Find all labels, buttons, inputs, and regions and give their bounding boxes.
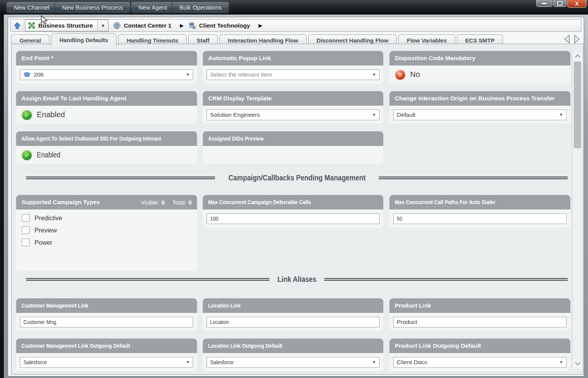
- business-structure-selector[interactable]: Business Structure ▼: [25, 20, 108, 31]
- campaign-type-option[interactable]: Preview: [22, 226, 62, 234]
- campaign-section-title: Campaign/Callbacks Pending Management: [228, 173, 366, 182]
- disposition-code-mandatory-label: Disposition Code Mandatory: [395, 55, 475, 62]
- chevron-down-icon: ▼: [372, 360, 376, 364]
- max-deferrable-calls-panel: Max Concurrent Campaign Deferrable Calls…: [203, 195, 383, 227]
- navigate-up-button[interactable]: [11, 20, 24, 31]
- product-outgoing-value: Client Docs: [397, 359, 427, 366]
- supported-campaign-types-label: Supported Campaign Types: [21, 199, 100, 206]
- crm-display-template-dropdown[interactable]: Solution Engineers ▼: [207, 110, 379, 120]
- chevron-up-icon: [575, 54, 580, 58]
- chevron-down-icon: ▼: [559, 113, 563, 117]
- product-outgoing-dropdown[interactable]: Client Docs ▼: [393, 357, 567, 368]
- new-agent-button[interactable]: New Agent: [131, 2, 175, 13]
- preview-checkbox[interactable]: [22, 226, 30, 234]
- scroll-down-button[interactable]: [572, 359, 583, 368]
- automatic-popup-link-dropdown[interactable]: Select the relevant item ▼: [207, 69, 379, 80]
- visible-count-label: Visible:: [141, 199, 159, 206]
- close-icon: X: [575, 0, 579, 7]
- max-call-paths-input[interactable]: 50: [393, 213, 567, 224]
- scrollbar-thumb[interactable]: [574, 62, 581, 148]
- business-structure-icon: [28, 22, 35, 29]
- chevron-down-icon: ▼: [372, 113, 376, 117]
- divider-line: [379, 177, 568, 179]
- business-structure-dropdown-button[interactable]: ▼: [98, 20, 108, 31]
- power-checkbox[interactable]: [22, 239, 30, 246]
- phone-icon: ☎: [23, 71, 31, 78]
- end-point-label: End Point *: [21, 55, 53, 62]
- status-no-icon: ✕: [395, 70, 405, 80]
- breadcrumb-item-label: Client Technology: [199, 22, 250, 29]
- customer-management-outgoing-label: Customer Management Link Outgoing Defaul…: [21, 342, 130, 349]
- change-interaction-origin-dropdown[interactable]: Default ▼: [393, 110, 567, 120]
- tab-scroll-left-icon[interactable]: [562, 34, 572, 44]
- chevron-down-icon: ▼: [186, 72, 190, 77]
- tab-scroll-right-icon[interactable]: [572, 34, 581, 44]
- max-deferrable-calls-input[interactable]: 100: [207, 213, 379, 224]
- assign-email-status[interactable]: ✓ Enabled: [20, 110, 65, 120]
- breadcrumb-arrow-icon[interactable]: ▶: [180, 23, 184, 28]
- customer-management-outgoing-dropdown[interactable]: Salesforce ▼: [20, 357, 193, 368]
- minimize-button[interactable]: [536, 0, 552, 7]
- divider-line: [324, 278, 568, 281]
- change-interaction-origin-panel: Change Interaction Origin on Business Pr…: [389, 91, 570, 124]
- customer-management-link-input[interactable]: Customer Mng.: [20, 317, 193, 327]
- location-outgoing-dropdown[interactable]: Salesforce ▼: [207, 357, 379, 368]
- product-link-input[interactable]: Product: [393, 317, 567, 327]
- power-label: Power: [34, 239, 53, 246]
- end-point-value: 206: [34, 71, 44, 78]
- location-link-value: Location: [210, 319, 229, 326]
- client-technology-icon: [188, 22, 196, 29]
- bulk-operations-button[interactable]: Bulk Operations: [172, 2, 229, 13]
- allow-agent-did-status[interactable]: ✓ Enabled: [20, 150, 65, 160]
- customer-management-link-value: Customer Mng.: [23, 319, 57, 326]
- visible-count-value: 0: [161, 199, 164, 206]
- customer-management-link-panel: Customer Management Link Customer Mng.: [16, 298, 197, 331]
- chevron-down-icon: ▼: [372, 72, 376, 77]
- maximize-icon: [557, 1, 563, 6]
- end-point-panel: End Point * ☎ 206 ▼: [16, 51, 197, 83]
- new-channel-button[interactable]: New Channel: [6, 2, 57, 13]
- campaign-type-option[interactable]: Power: [22, 239, 62, 246]
- handling-defaults-page: End Point * ☎ 206 ▼ Automatic Popup Link…: [11, 44, 583, 375]
- status-enabled-icon: ✓: [22, 110, 32, 120]
- new-business-process-button[interactable]: New Business Process: [54, 2, 131, 13]
- product-outgoing-label: Product Link Outgoing Default: [395, 342, 481, 349]
- breadcrumb-arrow-icon[interactable]: ▶: [258, 23, 262, 28]
- assigned-dids-preview-label: Assigned DIDs Preview: [208, 135, 264, 142]
- chevron-down-icon: ▼: [559, 360, 563, 364]
- main-window: Business Structure ▼ Contact Center 1 ▶: [8, 17, 584, 376]
- assign-email-panel: Assign Email To Last Handling Agent ✓ En…: [16, 91, 197, 124]
- predictive-checkbox[interactable]: [22, 214, 30, 222]
- location-link-input[interactable]: Location: [207, 317, 379, 327]
- location-link-panel: Location Link Location: [203, 298, 383, 331]
- allow-agent-did-label: Allow Agent To Select Outbound DID For O…: [21, 135, 161, 142]
- max-deferrable-calls-value: 100: [210, 215, 218, 222]
- close-button[interactable]: X: [567, 0, 586, 8]
- campaign-section-divider: Campaign/Callbacks Pending Management: [26, 173, 568, 183]
- scroll-up-button[interactable]: [572, 51, 583, 61]
- assign-email-label: Assign Email To Last Handling Agent: [21, 95, 126, 102]
- campaign-type-option[interactable]: Predictive: [22, 214, 62, 222]
- chevron-down-icon: [575, 362, 580, 365]
- assign-email-value: Enabled: [37, 110, 65, 119]
- link-aliases-divider: Link Aliases: [26, 274, 568, 284]
- campaign-type-options: Predictive Preview Power: [20, 214, 62, 246]
- location-outgoing-panel: Location Link Outgoing Default Salesforc…: [203, 339, 383, 371]
- tab-handling-defaults[interactable]: Handling Defaults: [51, 33, 117, 46]
- breadcrumb-item-client-technology[interactable]: Client Technology ▶: [188, 22, 262, 29]
- product-link-panel: Product Link Product: [389, 298, 570, 331]
- automatic-popup-link-panel: Automatic Popup Link Select the relevant…: [203, 51, 383, 83]
- disposition-code-mandatory-panel: Disposition Code Mandatory ✕ No: [389, 51, 570, 83]
- allow-agent-did-value: Enabled: [37, 151, 61, 159]
- total-count-label: Total:: [172, 199, 186, 206]
- max-deferrable-calls-label: Max Concurrent Campaign Deferrable Calls: [208, 199, 311, 206]
- product-link-label: Product Link: [395, 302, 431, 309]
- breadcrumb-item-contact-center[interactable]: Contact Center 1 ▶: [113, 22, 184, 29]
- window-controls: X: [536, 0, 586, 8]
- end-point-dropdown[interactable]: ☎ 206 ▼: [20, 69, 193, 80]
- maximize-button[interactable]: [553, 0, 567, 7]
- predictive-label: Predictive: [34, 214, 62, 222]
- disposition-code-mandatory-status[interactable]: ✕ No: [393, 70, 420, 80]
- up-arrow-icon: [13, 22, 21, 29]
- vertical-scrollbar[interactable]: [572, 51, 583, 368]
